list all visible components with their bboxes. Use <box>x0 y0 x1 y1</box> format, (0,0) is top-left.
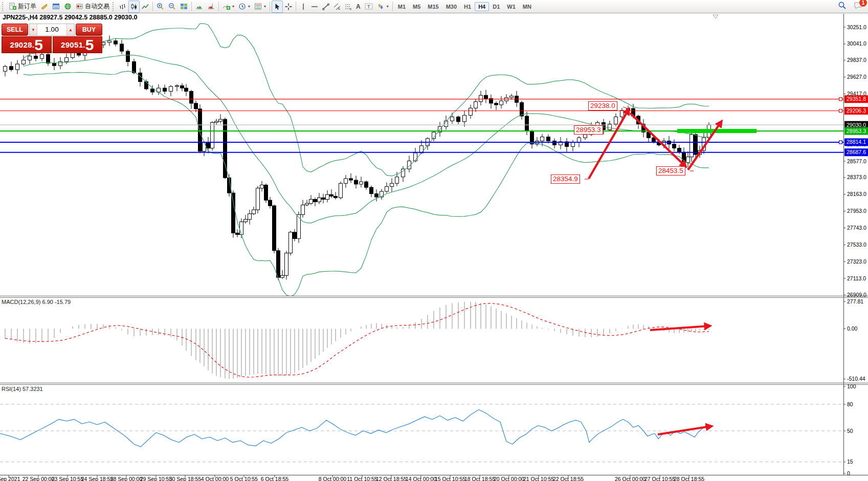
line-chart-icon <box>142 3 149 10</box>
tab-timeframe-m5[interactable]: M5 <box>409 2 424 11</box>
zoom-in-button[interactable] <box>154 1 166 13</box>
volume-decrease-button[interactable]: ▼ <box>30 24 37 35</box>
bar-chart-icon <box>119 3 126 10</box>
chart-shift-marker[interactable] <box>713 15 718 18</box>
navigator-button[interactable] <box>62 1 74 13</box>
macd-pane <box>5 301 709 379</box>
trend-arrow <box>589 110 629 179</box>
volume-input[interactable]: 1.00 <box>37 24 66 35</box>
auto-trading-label: 自动交易 <box>85 2 109 11</box>
svg-text:24 Sep 18:55: 24 Sep 18:55 <box>81 476 114 481</box>
chart-shift-button[interactable] <box>205 1 217 13</box>
tab-timeframe-h1[interactable]: H1 <box>460 2 475 11</box>
main-pane[interactable] <box>0 24 843 296</box>
search-icon[interactable] <box>838 1 847 12</box>
svg-text:12 Oct 18:55: 12 Oct 18:55 <box>376 476 407 481</box>
macd-values: 6.90 -15.79 <box>42 299 71 305</box>
auto-scroll-button[interactable] <box>193 1 205 13</box>
svg-text:29030.0: 29030.0 <box>847 122 866 128</box>
cursor-button[interactable] <box>272 1 283 13</box>
buy-button[interactable]: BUY <box>76 24 102 36</box>
line-chart-button[interactable] <box>140 1 151 13</box>
toolbar-separator <box>296 2 296 11</box>
line-handle <box>839 141 842 144</box>
annotation-28453[interactable]: 28453.5 <box>656 166 685 176</box>
annotation-28354[interactable]: 28354.9 <box>551 174 580 184</box>
chevron-down-icon: ▾ <box>264 4 266 9</box>
sell-price[interactable]: 29028.5 <box>2 36 52 53</box>
tab-timeframe-w1[interactable]: W1 <box>503 2 519 11</box>
svg-text:28814.1: 28814.1 <box>847 139 866 145</box>
candlestick-button[interactable] <box>128 1 140 13</box>
templates-button[interactable]: ▾ <box>252 1 268 13</box>
tab-timeframe-mn[interactable]: MN <box>519 2 535 11</box>
rsi-pane <box>0 404 843 462</box>
toolbar: 新订单 自动交易 ▾ ▾ ▾ E F A T ▾ <box>0 0 868 13</box>
chart-title: JPN225-,H4 28927.5 29042.5 28885.0 29030… <box>3 14 137 21</box>
vertical-line-button[interactable] <box>298 1 309 13</box>
data-window-icon <box>52 3 60 10</box>
svg-text:21 Oct 10:55: 21 Oct 10:55 <box>523 476 554 481</box>
svg-text:28 Oct 18:55: 28 Oct 18:55 <box>674 476 704 481</box>
label-icon: T <box>365 3 373 10</box>
price-axis[interactable]: 30251.030041.029837.029627.029417.028787… <box>843 24 868 476</box>
chevron-down-icon: ▾ <box>248 4 250 9</box>
svg-text:4 Oct 00:00: 4 Oct 00:00 <box>201 476 229 481</box>
svg-text:28373.0: 28373.0 <box>847 174 866 180</box>
sell-button[interactable]: SELL <box>2 24 28 36</box>
svg-text:27113.0: 27113.0 <box>847 275 866 281</box>
market-watch-button[interactable] <box>38 1 50 13</box>
new-order-button[interactable]: 新订单 <box>7 1 38 13</box>
tab-timeframe-h4[interactable]: H4 <box>475 2 489 11</box>
fibonacci-button[interactable]: F <box>343 1 354 13</box>
periods-button[interactable]: ▾ <box>236 1 252 13</box>
chevron-down-icon: ▾ <box>232 4 234 9</box>
crosshair-button[interactable] <box>283 1 294 13</box>
indicators-icon <box>222 3 230 10</box>
indicators-button[interactable]: ▾ <box>220 1 236 13</box>
toolbar-separator <box>152 2 153 11</box>
buy-price[interactable]: 29051.5 <box>53 36 103 53</box>
svg-text:28577.0: 28577.0 <box>847 158 866 164</box>
svg-text:27953.0: 27953.0 <box>847 208 866 214</box>
svg-text:F: F <box>350 7 352 10</box>
rsi-name: RSI(14) <box>2 386 21 392</box>
cursor-icon <box>274 3 281 10</box>
auto-trading-icon <box>76 3 83 10</box>
shapes-button[interactable]: ▾ <box>375 1 391 13</box>
trendline-button[interactable] <box>320 1 331 13</box>
svg-text:30041.0: 30041.0 <box>847 40 866 47</box>
notification-icon[interactable]: 1 <box>854 2 863 12</box>
rsi-line <box>0 409 707 447</box>
zoom-out-button[interactable] <box>166 1 178 13</box>
tab-timeframe-m15[interactable]: M15 <box>424 2 442 11</box>
time-axis[interactable]: Sep 202122 Sep 00:0023 Sep 10:5524 Sep 1… <box>0 475 704 481</box>
trend-arrow <box>630 113 685 166</box>
text-button[interactable]: A <box>354 1 363 13</box>
tab-timeframe-m1[interactable]: M1 <box>394 2 409 11</box>
volume-increase-button[interactable]: ▲ <box>66 24 74 35</box>
chart-canvas[interactable]: 30251.030041.029837.029627.029417.028787… <box>0 13 868 481</box>
rsi-arrow[interactable] <box>658 426 711 434</box>
sell-price-frac: 5 <box>34 38 43 52</box>
rsi-value: 57.3231 <box>23 386 43 392</box>
horizontal-line-button[interactable] <box>309 1 320 13</box>
auto-trading-button[interactable]: 自动交易 <box>74 1 112 13</box>
svg-text:27323.0: 27323.0 <box>847 258 866 265</box>
zoom-in-icon <box>157 3 164 10</box>
svg-text:26909.0: 26909.0 <box>847 292 866 298</box>
trend-arrows[interactable] <box>589 110 721 179</box>
annotation-28953[interactable]: 28953.3 <box>574 125 603 135</box>
tab-timeframe-d1[interactable]: D1 <box>489 2 503 11</box>
channel-button[interactable]: E <box>331 1 343 13</box>
bar-chart-button[interactable] <box>117 1 128 13</box>
tab-timeframe-m30[interactable]: M30 <box>442 2 460 11</box>
pane-borders <box>0 14 868 475</box>
tile-windows-button[interactable] <box>178 1 190 13</box>
annotation-29238[interactable]: 29238.0 <box>588 101 617 111</box>
label-button[interactable]: T <box>363 1 375 13</box>
svg-text:26 Oct 00:00: 26 Oct 00:00 <box>615 476 646 481</box>
svg-text:8 Oct 00:00: 8 Oct 00:00 <box>319 476 346 481</box>
macd-signal-line <box>5 303 709 378</box>
data-window-button[interactable] <box>50 1 62 13</box>
